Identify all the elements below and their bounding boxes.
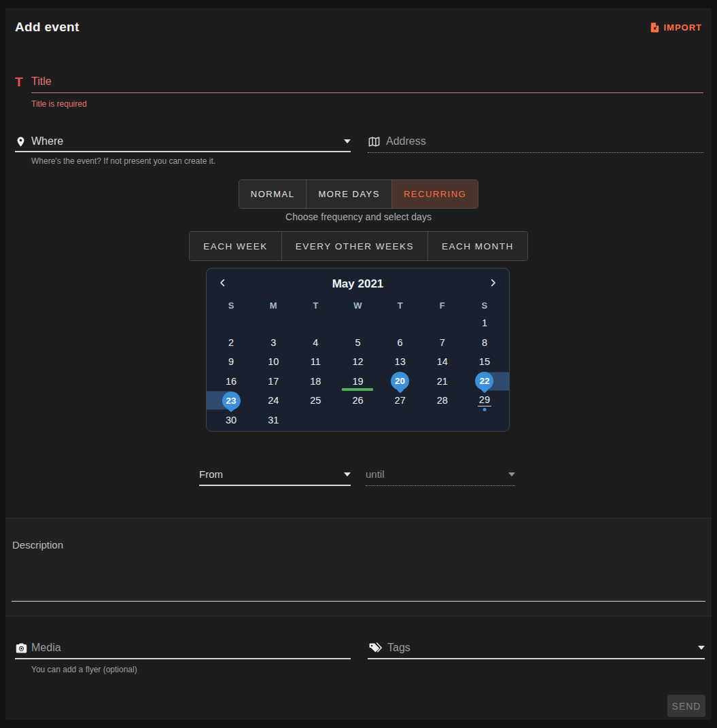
day-number: 6: [398, 337, 403, 348]
calendar-day-4[interactable]: 4: [294, 333, 336, 353]
calendar-day-15[interactable]: 15: [464, 352, 506, 372]
selected-day-marker: 20: [391, 372, 409, 390]
calendar-day-empty: [379, 411, 421, 430]
calendar-day-empty: [421, 411, 464, 430]
calendar-week-row: 9101112131415: [210, 352, 506, 372]
tab-more-days[interactable]: MORE DAYS: [306, 180, 391, 208]
calendar-day-1[interactable]: 1: [464, 313, 506, 333]
calendar-day-17[interactable]: 17: [252, 372, 294, 392]
day-number: 26: [352, 395, 363, 406]
from-select[interactable]: From: [199, 468, 344, 481]
calendar-day-10[interactable]: 10: [252, 352, 294, 372]
calendar-day-29[interactable]: 29: [464, 391, 506, 411]
address-field[interactable]: Address: [368, 135, 703, 153]
location-pin-icon: [15, 135, 31, 148]
calendar-next-button[interactable]: [488, 277, 498, 288]
calendar-day-31[interactable]: 31: [252, 411, 294, 430]
calendar-day-13[interactable]: 13: [379, 352, 421, 372]
frequency-option-each-week[interactable]: EACH WEEK: [190, 232, 281, 260]
map-icon: [368, 135, 386, 148]
page-title: Add event: [15, 20, 80, 35]
where-hint: Where's the event? If not present you ca…: [31, 156, 215, 166]
title-input[interactable]: Title: [31, 76, 703, 93]
description-textarea[interactable]: Description: [12, 539, 63, 551]
chevron-down-icon: [344, 472, 351, 476]
day-number: 11: [311, 356, 321, 367]
weekday-label: M: [252, 300, 294, 311]
media-field[interactable]: Media: [15, 641, 351, 659]
calendar-week-row: 2345678: [210, 333, 506, 353]
calendar-day-27[interactable]: 27: [379, 391, 421, 411]
day-number: 12: [352, 356, 363, 367]
selected-day-marker: 23: [222, 392, 241, 410]
day-number: 28: [437, 395, 448, 406]
calendar-day-18[interactable]: 18: [294, 372, 336, 392]
calendar-day-21[interactable]: 21: [421, 372, 464, 392]
calendar-day-22[interactable]: 22: [464, 372, 506, 392]
calendar-day-empty: [336, 313, 379, 333]
calendar-day-28[interactable]: 28: [421, 391, 464, 411]
tab-recurring[interactable]: RECURRING: [391, 180, 478, 208]
day-number: 1: [482, 317, 487, 328]
until-time-field[interactable]: until: [366, 468, 515, 486]
tags-select[interactable]: Tags: [387, 641, 698, 655]
calendar-day-3[interactable]: 3: [252, 333, 294, 353]
calendar-day-empty: [464, 411, 506, 430]
calendar-day-empty: [379, 313, 421, 333]
calendar-week-row: 1: [210, 313, 506, 333]
from-time-field[interactable]: From: [199, 468, 351, 486]
calendar-day-11[interactable]: 11: [294, 352, 336, 372]
where-field[interactable]: Where: [15, 135, 351, 152]
weekday-label: T: [379, 300, 421, 311]
day-number: 7: [440, 337, 445, 348]
calendar-day-empty: [421, 313, 464, 333]
day-number: 16: [226, 376, 237, 387]
day-number: 25: [310, 395, 321, 406]
calendar-day-30[interactable]: 30: [210, 411, 252, 430]
tags-field[interactable]: Tags: [368, 641, 705, 659]
day-number: 29: [478, 394, 491, 406]
calendar-day-26[interactable]: 26: [336, 391, 379, 411]
calendar-week-row: 23242526272829: [210, 391, 506, 411]
day-number: 21: [437, 376, 448, 387]
calendar-day-20[interactable]: 20: [379, 372, 421, 392]
calendar-day-5[interactable]: 5: [336, 333, 379, 353]
calendar-day-24[interactable]: 24: [252, 391, 294, 411]
day-number: 30: [226, 415, 237, 426]
frequency-option-each-month[interactable]: EACH MONTH: [427, 232, 527, 260]
calendar: May 2021 SMTWTFS 12345678910111213141516…: [206, 268, 510, 432]
calendar-day-12[interactable]: 12: [336, 352, 379, 372]
calendar-day-25[interactable]: 25: [294, 391, 336, 411]
frequency-option-every-other-weeks[interactable]: EVERY OTHER WEEKS: [281, 232, 427, 260]
tab-normal[interactable]: NORMAL: [239, 180, 307, 208]
chevron-right-icon: [488, 280, 498, 290]
calendar-day-2[interactable]: 2: [210, 333, 252, 353]
title-field[interactable]: T Title: [15, 76, 703, 93]
until-select[interactable]: until: [366, 468, 508, 481]
day-number: 14: [437, 356, 448, 367]
chevron-down-icon: [344, 139, 351, 143]
calendar-day-16[interactable]: 16: [210, 372, 252, 392]
description-underline: [12, 601, 705, 602]
calendar-day-19[interactable]: 19: [336, 372, 379, 392]
weekday-label: T: [294, 300, 336, 311]
calendar-day-empty: [210, 313, 252, 333]
calendar-day-8[interactable]: 8: [464, 333, 506, 353]
calendar-day-14[interactable]: 14: [421, 352, 464, 372]
calendar-day-9[interactable]: 9: [210, 352, 252, 372]
day-number: 9: [228, 356, 234, 367]
address-input[interactable]: Address: [386, 135, 703, 148]
media-input[interactable]: Media: [31, 641, 351, 655]
calendar-day-7[interactable]: 7: [421, 333, 464, 353]
day-number: 24: [268, 395, 279, 406]
event-type-tabs: NORMALMORE DAYSRECURRING: [239, 179, 478, 209]
import-button[interactable]: IMPORT: [649, 22, 702, 33]
where-select[interactable]: Where: [31, 135, 344, 148]
day-number: 15: [479, 356, 490, 367]
calendar-day-6[interactable]: 6: [379, 333, 421, 353]
calendar-day-empty: [294, 313, 336, 333]
send-button[interactable]: SEND: [667, 695, 705, 717]
calendar-day-empty: [336, 411, 379, 430]
day-number: 4: [313, 337, 318, 348]
calendar-day-23[interactable]: 23: [210, 391, 252, 411]
